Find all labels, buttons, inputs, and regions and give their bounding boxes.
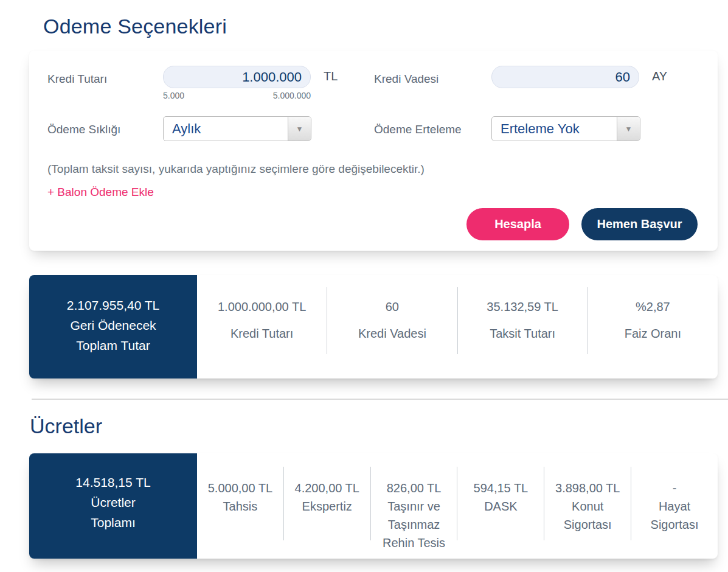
fee-value: 4.200,00 TL xyxy=(293,479,362,497)
fee-label: Taşınır ve Taşınmaz Rehin Tesis xyxy=(380,497,449,552)
total-repayment-label-line1: Geri Ödenecek xyxy=(29,315,197,335)
result-label: Kredi Vadesi xyxy=(333,324,451,343)
total-repayment-highlight: 2.107.955,40 TL Geri Ödenecek Toplam Tut… xyxy=(29,275,197,378)
result-value: 1.000.000,00 TL xyxy=(203,298,321,316)
result-label: Kredi Tutarı xyxy=(203,324,321,343)
loan-amount-max: 5.000.000 xyxy=(273,91,311,100)
payment-frequency-value: Aylık xyxy=(164,121,288,137)
fee-item: 594,15 TL DASK xyxy=(457,453,544,559)
calculate-button[interactable]: Hesapla xyxy=(466,208,569,240)
installment-note: (Toplam taksit sayısı, yukarıda yaptığın… xyxy=(47,162,425,176)
fee-item: 3.898,00 TL Konut Sigortası xyxy=(544,453,631,559)
result-item: %2,87 Faiz Oranı xyxy=(588,275,718,378)
fee-value: - xyxy=(640,479,709,497)
page-title: Odeme Seçenekleri xyxy=(43,15,227,38)
result-label: Taksit Tutarı xyxy=(464,324,581,343)
results-strip: 2.107.955,40 TL Geri Ödenecek Toplam Tut… xyxy=(29,275,718,378)
total-fees-highlight: 14.518,15 TL Ücretler Toplamı xyxy=(29,453,197,559)
total-repayment-value: 2.107.955,40 TL xyxy=(29,295,197,315)
loan-calculator-page: Odeme Seçenekleri Kredi Tutarı TL 5.000 … xyxy=(0,0,728,572)
result-item: 1.000.000,00 TL Kredi Tutarı xyxy=(197,275,327,378)
loan-amount-min: 5.000 xyxy=(163,91,184,100)
fee-item: 4.200,00 TL Ekspertiz xyxy=(284,453,370,559)
total-repayment-label-line2: Toplam Tutar xyxy=(29,335,197,355)
results-columns: 1.000.000,00 TL Kredi Tutarı 60 Kredi Va… xyxy=(197,275,718,378)
result-item: 60 Kredi Vadesi xyxy=(327,275,457,378)
total-fees-label-line2: Toplamı xyxy=(29,512,197,532)
result-value: %2,87 xyxy=(594,298,712,316)
fee-item: 826,00 TL Taşınır ve Taşınmaz Rehin Tesi… xyxy=(371,453,457,559)
add-balloon-payment-link[interactable]: + Balon Ödeme Ekle xyxy=(47,186,154,199)
total-fees-value: 14.518,15 TL xyxy=(29,472,197,492)
fee-item: - Hayat Sigortası xyxy=(631,453,718,559)
fees-section-title: Ücretler xyxy=(30,414,102,438)
payment-frequency-select[interactable]: Aylık ▼ xyxy=(163,116,311,141)
fees-columns: 5.000,00 TL Tahsis 4.200,00 TL Ekspertiz… xyxy=(197,453,718,559)
loan-term-unit: AY xyxy=(652,69,667,83)
apply-now-button[interactable]: Hemen Başvur xyxy=(581,208,698,240)
loan-term-label: Kredi Vadesi xyxy=(374,72,439,86)
loan-amount-range: 5.000 5.000.000 xyxy=(163,91,311,100)
loan-amount-input[interactable] xyxy=(163,66,311,88)
payment-deferral-select[interactable]: Erteleme Yok ▼ xyxy=(491,116,640,141)
chevron-down-icon[interactable]: ▼ xyxy=(617,117,640,141)
fee-value: 5.000,00 TL xyxy=(206,479,275,497)
loan-form-card: Kredi Tutarı TL 5.000 5.000.000 Kredi Va… xyxy=(29,51,718,251)
loan-amount-unit: TL xyxy=(324,69,338,83)
loan-term-input[interactable] xyxy=(491,66,639,88)
payment-deferral-value: Erteleme Yok xyxy=(492,121,617,137)
fees-strip: 14.518,15 TL Ücretler Toplamı 5.000,00 T… xyxy=(29,453,718,559)
result-value: 60 xyxy=(333,298,451,316)
payment-frequency-label: Ödeme Sıklığı xyxy=(47,123,120,136)
result-value: 35.132,59 TL xyxy=(464,298,581,316)
fee-label: Ekspertiz xyxy=(293,497,362,515)
result-item: 35.132,59 TL Taksit Tutarı xyxy=(458,275,588,378)
fee-item: 5.000,00 TL Tahsis xyxy=(197,453,283,559)
result-label: Faiz Oranı xyxy=(594,324,712,343)
payment-deferral-label: Ödeme Erteleme xyxy=(374,123,462,136)
fee-label: Hayat Sigortası xyxy=(640,497,709,534)
section-divider xyxy=(32,399,728,400)
chevron-down-icon[interactable]: ▼ xyxy=(288,117,311,141)
fee-label: Tahsis xyxy=(206,497,275,515)
fee-value: 594,15 TL xyxy=(466,479,535,497)
fee-label: Konut Sigortası xyxy=(553,497,622,534)
fee-value: 3.898,00 TL xyxy=(553,479,622,497)
fee-value: 826,00 TL xyxy=(380,479,449,497)
fee-label: DASK xyxy=(466,497,535,515)
total-fees-label-line1: Ücretler xyxy=(29,492,197,512)
loan-amount-label: Kredi Tutarı xyxy=(47,72,107,86)
